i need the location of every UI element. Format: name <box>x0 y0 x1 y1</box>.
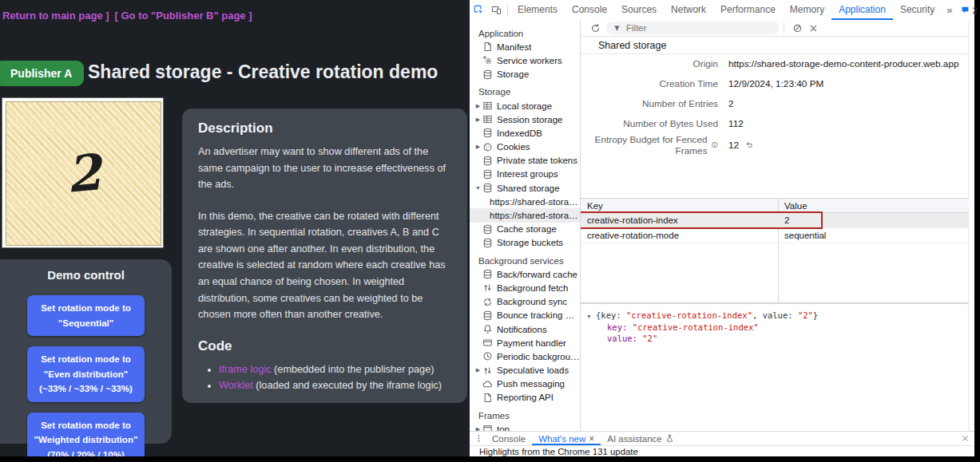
sidebar-item-https-shared-storage[interactable]: https://shared-storage… <box>470 195 580 208</box>
frame-icon <box>482 424 494 431</box>
drawer-tabs: Console What's new × AI assistance <box>486 432 680 445</box>
sidebar-item-label: Interest groups <box>497 169 558 179</box>
meta-row-origin[interactable]: Origin https://shared-storage-demo-conte… <box>581 53 966 73</box>
sidebar-item-label: Periodic backgroun… <box>497 352 580 361</box>
column-header-value[interactable]: Value <box>778 201 969 211</box>
reset-budget-icon[interactable] <box>745 140 754 149</box>
code-item-item[interactable]: Worklet (loaded and executed by the ifra… <box>219 377 451 394</box>
inspect-element-icon[interactable] <box>470 1 487 20</box>
sidebar-item-bounce-tracking-miti[interactable]: Bounce tracking miti… <box>470 309 580 322</box>
drawer-tab-ai-assistance[interactable]: AI assistance <box>601 432 680 445</box>
filter-funnel-icon <box>613 24 621 33</box>
filter-input[interactable] <box>625 22 748 34</box>
sidebar-item-label: https://shared-storage… <box>490 211 580 220</box>
preview-prop-value: value: "2" <box>586 333 969 345</box>
description-paragraph-1: An advertiser may want to show different… <box>198 144 451 193</box>
close-drawer-icon[interactable] <box>961 434 970 443</box>
sidebar-item-label: Push messaging <box>497 379 565 389</box>
meta-label: Number of Entries <box>642 98 718 109</box>
clear-all-icon[interactable] <box>789 23 805 34</box>
sidebar-item-push-messaging[interactable]: Push messaging <box>470 377 580 391</box>
table-row-creative-rotation-mode[interactable]: creative-rotation-mode sequential <box>581 228 969 243</box>
table-row-creative-rotation-index[interactable]: creative-rotation-index 2 <box>581 213 969 228</box>
sidebar-item-payment-handler[interactable]: Payment handler <box>470 336 580 349</box>
sidebar-item-speculative-loads[interactable]: ▶ Speculative loads <box>470 364 580 377</box>
page-title: Shared storage - Creative rotation demo <box>88 61 438 83</box>
tab-application[interactable]: Application <box>831 0 893 20</box>
sidebar-item-interest-groups[interactable]: Interest groups <box>470 168 580 181</box>
db-icon <box>482 156 494 166</box>
table-rows: creative-rotation-index 2 creative-rotat… <box>581 213 969 243</box>
entry-preview-pane: ▼{key: "creative-rotation-index", value:… <box>581 303 969 431</box>
top-links: [ Return to main page ][ Go to "Publishe… <box>0 10 258 22</box>
refresh-icon[interactable] <box>587 23 603 34</box>
sidebar-item-top[interactable]: ▶ top <box>470 422 580 431</box>
sidebar-item-background-sync[interactable]: Background sync <box>470 295 580 309</box>
bell-icon <box>482 324 494 334</box>
sidebar-item-local-storage[interactable]: ▶ Local storage <box>470 99 580 113</box>
filter-box[interactable] <box>606 22 779 34</box>
preview-summary-line[interactable]: ▼{key: "creative-rotation-index", value:… <box>586 310 969 322</box>
sidebar-item-https-shared-storage[interactable]: https://shared-storage… <box>470 208 580 222</box>
tab-memory[interactable]: Memory <box>783 0 831 20</box>
sidebar-item-private-state-tokens[interactable]: Private state tokens <box>470 154 580 168</box>
sidebar-item-cache-storage[interactable]: Cache storage <box>470 223 580 236</box>
sidebar-item-shared-storage[interactable]: ▼ Shared storage <box>470 181 580 195</box>
nav-link-go-to-publisher-b-page[interactable]: [ Go to "Publisher B" page ] <box>115 10 252 22</box>
rotation-button-set-rotation-mode-to-weighted-distribution-70-20-10[interactable]: Set rotation mode to "Weighted distribut… <box>27 413 145 456</box>
expander-triangle-icon[interactable]: ▼ <box>586 313 596 321</box>
rotation-button-set-rotation-mode-to-sequential[interactable]: Set rotation mode to "Sequential" <box>27 295 145 336</box>
drawer-tab-what-s-new[interactable]: What's new × <box>532 432 601 445</box>
devtools-drawer: Console What's new × AI assistance <box>470 431 974 456</box>
meta-row-number-of-bytes-used[interactable]: Number of Bytes Used 112 <box>581 113 966 133</box>
more-tabs-icon[interactable]: » <box>942 4 957 16</box>
sidebar-item-reporting-api[interactable]: Reporting API <box>470 391 580 405</box>
code-link[interactable]: Worklet <box>219 380 253 391</box>
tab-elements[interactable]: Elements <box>510 0 565 20</box>
meta-label: Origin <box>693 58 718 69</box>
code-link[interactable]: Iframe logic <box>219 364 272 375</box>
sidebar-item-service-workers[interactable]: Service workers <box>470 53 580 67</box>
description-paragraph-2: In this demo, the creative can be rotate… <box>198 208 451 323</box>
drawer-tab-console[interactable]: Console <box>486 432 532 445</box>
sidebar-item-back-forward-cache[interactable]: Back/forward cache <box>470 267 580 281</box>
sidebar-item-cookies[interactable]: ▶ Cookies <box>470 140 580 154</box>
db-icon <box>482 169 494 180</box>
issues-badge[interactable]: 2 <box>957 6 980 15</box>
sidebar-item-background-fetch[interactable]: Background fetch <box>470 281 580 294</box>
whats-new-highlight[interactable]: Highlights from the Chrome 131 update <box>470 446 974 457</box>
sidebar-item-manifest[interactable]: Manifest <box>470 40 580 53</box>
screenshot-root: [ Return to main page ][ Go to "Publishe… <box>0 0 980 462</box>
tab-console[interactable]: Console <box>565 0 614 20</box>
scrollbar-track[interactable] <box>968 20 974 431</box>
sidebar-item-notifications[interactable]: Notifications <box>470 322 580 336</box>
sidebar-item-storage[interactable]: Storage <box>470 68 580 81</box>
tab-network[interactable]: Network <box>664 0 713 20</box>
meta-label: Number of Bytes Used <box>623 118 718 129</box>
delete-selected-icon[interactable] <box>805 23 821 34</box>
meta-value: https://shared-storage-demo-content-prod… <box>728 58 959 69</box>
code-link-note: (embedded into the publisher page) <box>272 364 434 375</box>
drawer-kebab-icon[interactable] <box>471 434 486 443</box>
close-tab-icon[interactable]: × <box>589 433 594 444</box>
sidebar-item-indexeddb[interactable]: IndexedDB <box>470 126 580 140</box>
code-item-item[interactable]: Iframe logic (embedded into the publishe… <box>219 361 451 378</box>
sidebar-item-label: Manifest <box>497 42 531 52</box>
device-toolbar-icon[interactable] <box>487 1 505 20</box>
rotation-button-set-rotation-mode-to-even-distribution-33-33-33[interactable]: Set rotation mode to "Even distribution"… <box>27 346 145 402</box>
sidebar-item-storage-buckets[interactable]: Storage buckets <box>470 236 580 250</box>
sidebar-item-periodic-backgroun[interactable]: Periodic backgroun… <box>470 349 580 363</box>
drawer-tabbar: Console What's new × AI assistance <box>470 432 974 446</box>
tab-security[interactable]: Security <box>893 0 942 20</box>
meta-row-creation-time[interactable]: Creation Time 12/9/2024, 1:23:40 PM <box>581 73 966 93</box>
info-icon[interactable] <box>711 140 718 149</box>
nav-link-return-to-main-page[interactable]: [ Return to main page ] <box>0 10 109 22</box>
sidebar-item-session-storage[interactable]: ▶ Session storage <box>470 113 580 126</box>
meta-row-entropy-budget-for-fenced-frames[interactable]: Entropy Budget for Fenced Frames 12 <box>581 135 966 155</box>
tab-performance[interactable]: Performance <box>713 0 783 20</box>
meta-row-number-of-entries[interactable]: Number of Entries 2 <box>581 93 966 113</box>
column-header-key[interactable]: Key <box>581 201 778 211</box>
tab-sources[interactable]: Sources <box>614 0 664 20</box>
experiment-flask-icon <box>665 434 674 443</box>
sidebar-item-label: Session storage <box>497 115 562 124</box>
